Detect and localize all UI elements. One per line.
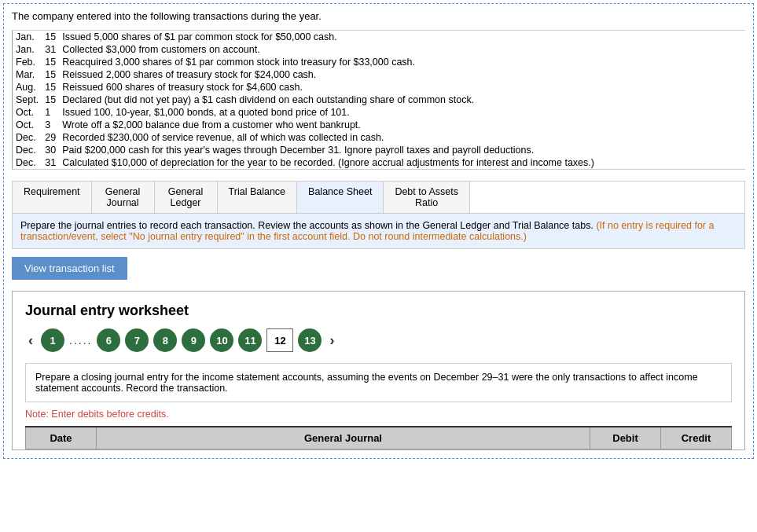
header-debit: Debit (590, 427, 661, 449)
desc-main: Prepare the journal entries to record ea… (20, 220, 593, 231)
transaction-desc: Declared (but did not yet pay) a $1 cash… (59, 94, 745, 106)
transaction-month: Mar. (13, 68, 42, 81)
page-circle-9[interactable]: 9 (182, 328, 205, 352)
transaction-month: Aug. (13, 81, 42, 94)
transaction-desc: Reissued 600 shares of treasury stock fo… (59, 81, 745, 94)
transaction-month: Feb. (13, 56, 42, 68)
transaction-desc: Recorded $230,000 of service revenue, al… (59, 131, 745, 144)
transaction-day: 30 (42, 144, 59, 156)
transaction-month: Sept. (13, 94, 42, 106)
transaction-day: 15 (42, 81, 59, 94)
tabs-row: RequirementGeneralJournalGeneralLedgerTr… (12, 181, 745, 213)
transaction-row: Dec. 29 Recorded $230,000 of service rev… (13, 131, 746, 144)
transaction-row: Sept. 15 Declared (but did not yet pay) … (13, 94, 746, 106)
transaction-day: 15 (42, 56, 59, 68)
transaction-month: Jan. (13, 31, 42, 44)
transaction-month: Jan. (13, 43, 42, 56)
transaction-row: Oct. 3 Wrote off a $2,000 balance due fr… (13, 119, 746, 131)
transaction-day: 3 (42, 119, 59, 131)
transaction-row: Feb. 15 Reacquired 3,000 shares of $1 pa… (13, 56, 746, 68)
tab-debt-to-assets-ratio[interactable]: Debt to AssetsRatio (384, 182, 470, 213)
next-page-arrow[interactable]: › (326, 331, 337, 350)
header-date: Date (26, 427, 97, 449)
transaction-month: Dec. (13, 144, 42, 156)
entry-table: DateGeneral JournalDebitCredit (25, 426, 732, 449)
page-circle-1[interactable]: 1 (41, 328, 64, 352)
transaction-row: Dec. 30 Paid $200,000 cash for this year… (13, 144, 746, 156)
page-circle-11[interactable]: 11 (238, 328, 262, 352)
page-circle-6[interactable]: 6 (97, 328, 120, 352)
transaction-desc: Wrote off a $2,000 balance due from a cu… (59, 119, 745, 131)
transaction-desc: Reacquired 3,000 shares of $1 par common… (59, 56, 745, 68)
transaction-row: Dec. 31 Calculated $10,000 of depreciati… (13, 156, 746, 170)
transaction-day: 15 (42, 68, 59, 81)
page-circle-7[interactable]: 7 (125, 328, 149, 352)
transaction-month: Oct. (13, 106, 42, 119)
view-transaction-list-button[interactable]: View transaction list (12, 257, 127, 280)
page-dots: ..... (69, 334, 92, 347)
tab-general-journal[interactable]: GeneralJournal (92, 182, 155, 213)
transaction-row: Mar. 15 Reissued 2,000 shares of treasur… (13, 68, 746, 81)
transaction-month: Dec. (13, 156, 42, 170)
prev-page-arrow[interactable]: ‹ (25, 331, 36, 350)
transaction-month: Dec. (13, 131, 42, 144)
transaction-desc: Paid $200,000 cash for this year's wages… (59, 144, 745, 156)
tab-trial-balance[interactable]: Trial Balance (218, 182, 298, 213)
note-text: Note: Enter debits before credits. (25, 409, 732, 420)
transaction-desc: Collected $3,000 from customers on accou… (59, 43, 745, 56)
transaction-month: Oct. (13, 119, 42, 131)
transaction-row: Jan. 15 Issued 5,000 shares of $1 par co… (13, 31, 746, 44)
intro-text: The company entered into the following t… (12, 10, 745, 22)
tab-balance-sheet[interactable]: Balance Sheet (297, 182, 384, 213)
tab-general-ledger[interactable]: GeneralLedger (155, 182, 218, 213)
page-circle-13[interactable]: 13 (298, 328, 322, 352)
worksheet-title: Journal entry worksheet (25, 303, 732, 319)
transaction-row: Jan. 31 Collected $3,000 from customers … (13, 43, 746, 56)
transactions-table: Jan. 15 Issued 5,000 shares of $1 par co… (12, 30, 745, 170)
transaction-day: 1 (42, 106, 59, 119)
instruction-box: Prepare a closing journal entry for the … (25, 363, 732, 402)
tab-requirement[interactable]: Requirement (13, 182, 92, 213)
description-box: Prepare the journal entries to record ea… (12, 213, 745, 249)
header-credit: Credit (661, 427, 732, 449)
header-general-journal: General Journal (97, 427, 590, 449)
transaction-desc: Issued 100, 10-year, $1,000 bonds, at a … (59, 106, 745, 119)
page-circle-10[interactable]: 10 (210, 328, 233, 352)
transaction-day: 15 (42, 94, 59, 106)
transaction-row: Aug. 15 Reissued 600 shares of treasury … (13, 81, 746, 94)
transaction-day: 31 (42, 43, 59, 56)
main-container: The company entered into the following t… (3, 3, 754, 459)
transaction-day: 29 (42, 131, 59, 144)
instruction-text: Prepare a closing journal entry for the … (35, 372, 698, 394)
transaction-day: 31 (42, 156, 59, 170)
page-circle-8[interactable]: 8 (153, 328, 177, 352)
transaction-desc: Calculated $10,000 of depreciation for t… (59, 156, 745, 170)
transaction-desc: Reissued 2,000 shares of treasury stock … (59, 68, 745, 81)
pagination: ‹ 1.....678910111213 › (25, 328, 732, 352)
page-box-12[interactable]: 12 (266, 328, 293, 352)
transaction-row: Oct. 1 Issued 100, 10-year, $1,000 bonds… (13, 106, 746, 119)
journal-entry-worksheet: Journal entry worksheet ‹ 1.....67891011… (12, 291, 745, 450)
transaction-day: 15 (42, 31, 59, 44)
transaction-desc: Issued 5,000 shares of $1 par common sto… (59, 31, 745, 44)
